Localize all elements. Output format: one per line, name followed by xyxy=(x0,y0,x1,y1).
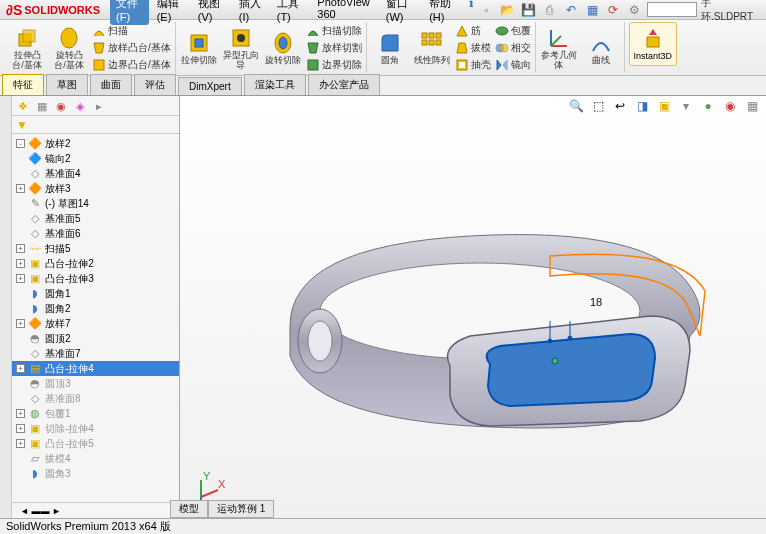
expand-icon[interactable]: + xyxy=(16,259,25,268)
instant3d-button[interactable]: Instant3D xyxy=(629,22,677,66)
tab-surface[interactable]: 曲面 xyxy=(90,74,132,95)
feature-tree[interactable]: -🔶放样2🔷镜向2◇基准面4+🔶放样3✎(-) 草图14◇基准面5◇基准面6+〰… xyxy=(12,134,179,502)
tree-item[interactable]: ◗圆角3 xyxy=(12,466,179,481)
help-icon[interactable]: ℹ xyxy=(465,0,478,12)
ref-geometry-button[interactable]: 参考几何体 xyxy=(540,22,578,73)
tree-item[interactable]: +◍包覆1 xyxy=(12,406,179,421)
tab-render[interactable]: 渲染工具 xyxy=(244,74,306,95)
tab-sketch[interactable]: 草图 xyxy=(46,74,88,95)
expand-icon[interactable]: + xyxy=(16,274,25,283)
tree-item[interactable]: ◇基准面8 xyxy=(12,391,179,406)
tree-item[interactable]: ◓圆顶2 xyxy=(12,331,179,346)
open-icon[interactable]: 📂 xyxy=(499,1,516,19)
tree-tab-feature-icon[interactable]: ❖ xyxy=(14,97,32,115)
flyout-bar[interactable] xyxy=(0,96,12,518)
pattern-button[interactable]: 线性阵列 xyxy=(413,22,451,73)
curves-button[interactable]: 曲线 xyxy=(582,22,620,73)
tree-item[interactable]: ◗圆角1 xyxy=(12,286,179,301)
expand-icon[interactable]: + xyxy=(16,244,25,253)
svg-rect-10 xyxy=(308,60,318,70)
tree-item[interactable]: +🔶放样7 xyxy=(12,316,179,331)
sweep-button[interactable]: 扫描 xyxy=(92,23,171,39)
hole-wizard-button[interactable]: 异型孔向导 xyxy=(222,22,260,73)
dimension-label: 18 xyxy=(590,296,602,308)
mirror-button[interactable]: 镜向 xyxy=(495,57,531,73)
tree-item[interactable]: +▣切除-拉伸4 xyxy=(12,421,179,436)
revolve-cut-button[interactable]: 旋转切除 xyxy=(264,22,302,73)
tree-tab-property-icon[interactable]: ▦ xyxy=(33,97,51,115)
tree-item[interactable]: +▣凸台-拉伸2 xyxy=(12,256,179,271)
expand-icon[interactable]: + xyxy=(16,424,25,433)
tab-evaluate[interactable]: 评估 xyxy=(134,74,176,95)
draft-button[interactable]: 拔模 xyxy=(455,40,491,56)
expand-icon[interactable]: + xyxy=(16,439,25,448)
tree-scroll[interactable]: ◄ ▬▬ ► xyxy=(12,502,179,518)
tree-item-label: 圆角1 xyxy=(45,287,71,301)
select-icon[interactable]: ▦ xyxy=(584,1,601,19)
tree-item[interactable]: ◇基准面4 xyxy=(12,166,179,181)
fillet-button[interactable]: 圆角 xyxy=(371,22,409,73)
expand-icon[interactable]: + xyxy=(16,319,25,328)
loft-cut-button[interactable]: 放样切割 xyxy=(306,40,362,56)
scene-icon[interactable]: ▦ xyxy=(744,98,760,114)
hide-show-icon[interactable]: ● xyxy=(700,98,716,114)
tree-item[interactable]: ◇基准面6 xyxy=(12,226,179,241)
revolve-boss-button[interactable]: 旋转凸台/基体 xyxy=(50,22,88,73)
extrude-cut-button[interactable]: 拉伸切除 xyxy=(180,22,218,73)
wrap-button[interactable]: 包覆 xyxy=(495,23,531,39)
intersect-button[interactable]: 相交 xyxy=(495,40,531,56)
rib-button[interactable]: 筋 xyxy=(455,23,491,39)
tree-item[interactable]: ▱拔模4 xyxy=(12,451,179,466)
shell-button[interactable]: 抽壳 xyxy=(455,57,491,73)
print-icon[interactable]: ⎙ xyxy=(541,1,558,19)
3d-viewport[interactable]: 🔍 ⬚ ↩ ◨ ▣ ▾ ● ◉ ▦ xyxy=(180,96,766,518)
tab-features[interactable]: 特征 xyxy=(2,74,44,95)
tree-item[interactable]: ◓圆顶3 xyxy=(12,376,179,391)
undo-icon[interactable]: ↶ xyxy=(562,1,579,19)
tree-item-label: 圆顶2 xyxy=(45,332,71,346)
tree-item[interactable]: +〰扫描5 xyxy=(12,241,179,256)
expand-icon[interactable]: + xyxy=(16,364,25,373)
rebuild-icon[interactable]: ⟳ xyxy=(605,1,622,19)
boundary-boss-button[interactable]: 边界凸台/基体 xyxy=(92,57,171,73)
tree-item[interactable]: -🔶放样2 xyxy=(12,136,179,151)
tree-item[interactable]: ✎(-) 草图14 xyxy=(12,196,179,211)
filter-icon[interactable]: ▼ xyxy=(16,118,28,132)
boundary-cut-button[interactable]: 边界切除 xyxy=(306,57,362,73)
save-icon[interactable]: 💾 xyxy=(520,1,537,19)
svg-point-19 xyxy=(496,27,508,35)
tree-tab-render-icon[interactable]: ▸ xyxy=(90,97,108,115)
zoom-area-icon[interactable]: ⬚ xyxy=(590,98,606,114)
tree-tab-display-icon[interactable]: ◈ xyxy=(71,97,89,115)
section-icon[interactable]: ◨ xyxy=(634,98,650,114)
prev-view-icon[interactable]: ↩ xyxy=(612,98,628,114)
zoom-fit-icon[interactable]: 🔍 xyxy=(568,98,584,114)
tree-item[interactable]: ◇基准面7 xyxy=(12,346,179,361)
options-icon[interactable]: ⚙ xyxy=(626,1,643,19)
svg-point-32 xyxy=(568,336,572,340)
tree-item[interactable]: +🔶放样3 xyxy=(12,181,179,196)
tab-dimxpert[interactable]: DimXpert xyxy=(178,77,242,95)
expand-icon[interactable]: - xyxy=(16,139,25,148)
tree-item[interactable]: ◇基准面5 xyxy=(12,211,179,226)
tree-item[interactable]: +▣凸台-拉伸3 xyxy=(12,271,179,286)
search-input[interactable] xyxy=(647,2,697,17)
display-style-icon[interactable]: ▾ xyxy=(678,98,694,114)
tree-item[interactable]: 🔷镜向2 xyxy=(12,151,179,166)
tree-tab-config-icon[interactable]: ◉ xyxy=(52,97,70,115)
new-icon[interactable]: ▫ xyxy=(478,1,495,19)
appearance-icon[interactable]: ◉ xyxy=(722,98,738,114)
view-orient-icon[interactable]: ▣ xyxy=(656,98,672,114)
sketch-icon: ✎ xyxy=(28,197,42,211)
sweep-cut-button[interactable]: 扫描切除 xyxy=(306,23,362,39)
tab-office[interactable]: 办公室产品 xyxy=(308,74,380,95)
expand-icon[interactable]: + xyxy=(16,409,25,418)
tab-motion-study[interactable]: 运动算例 1 xyxy=(208,500,274,518)
extrude-boss-button[interactable]: 拉伸凸台/基体 xyxy=(8,22,46,73)
tree-item[interactable]: +▣凸台-拉伸5 xyxy=(12,436,179,451)
expand-icon[interactable]: + xyxy=(16,184,25,193)
tree-item[interactable]: +▤凸台-拉伸4 xyxy=(12,361,179,376)
tab-model[interactable]: 模型 xyxy=(170,500,208,518)
tree-item[interactable]: ◗圆角2 xyxy=(12,301,179,316)
loft-boss-button[interactable]: 放样凸台/基体 xyxy=(92,40,171,56)
